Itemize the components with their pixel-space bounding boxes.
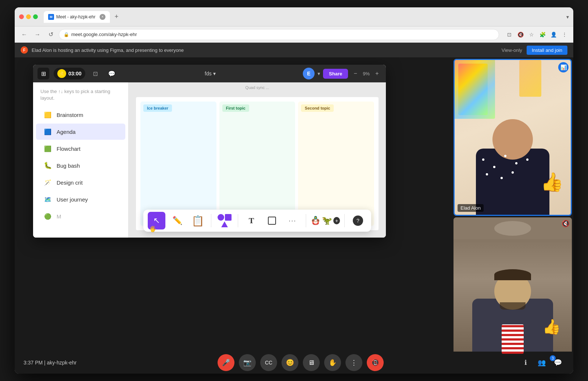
text-tool[interactable]: T — [243, 212, 260, 229]
forward-button[interactable]: → — [32, 29, 43, 40]
toolbar-separator-4 — [344, 214, 345, 227]
zoom-in-button[interactable]: + — [373, 69, 381, 78]
widget-icon-2: 🦖 — [322, 216, 332, 225]
francois-hair — [494, 269, 531, 280]
wall-art-decoration — [458, 64, 488, 115]
new-tab-button[interactable]: + — [111, 12, 122, 22]
meeting-controls: 🎤 📷 CC 😊 🖥 — [82, 354, 519, 371]
hand-icon: ✋ — [329, 359, 337, 367]
hand-cursor-overlay: 🖐 — [149, 225, 157, 232]
time-display: 3:37 PM — [24, 360, 43, 366]
sticky-icon: 📋 — [191, 215, 204, 227]
cursor-tool[interactable]: ↖ 🖐 — [148, 212, 165, 229]
add-widget-icon[interactable]: + — [333, 217, 340, 224]
panel-hint: Use the ↑↓ keys to pick a starting layou… — [33, 82, 128, 106]
zoom-out-button[interactable]: − — [351, 69, 360, 78]
sidebar-item-bug-bash[interactable]: 🐛 Bug bash — [36, 157, 125, 174]
user-journey-icon: 🗺️ — [43, 195, 52, 204]
video-panel-elad: 👍 📊 Elad Alon — [453, 59, 572, 216]
camera-button[interactable]: 📷 — [239, 354, 256, 371]
share-button[interactable]: Share — [323, 69, 348, 79]
back-button[interactable]: ← — [19, 29, 29, 40]
tab-close-button[interactable]: × — [100, 14, 105, 20]
sidebar-item-retro[interactable]: 🟢 M — [36, 208, 125, 224]
francois-beard — [500, 302, 526, 310]
pen-icon: ✏️ — [172, 216, 182, 225]
sidebar-item-design-crit[interactable]: 🪄 Design crit — [36, 174, 125, 190]
ceiling-fan — [494, 221, 531, 236]
mute-button[interactable]: 🎤 — [218, 354, 234, 371]
figma-menu-button[interactable]: ⊞ — [37, 68, 49, 79]
widget-icon-1: 🪆 — [311, 216, 320, 225]
canvas-area[interactable]: Quad sync ... Ice breaker First topic Se… — [129, 82, 386, 238]
end-call-button[interactable]: 📵 — [367, 354, 384, 371]
user-avatar[interactable]: E — [303, 68, 315, 79]
view-only-link[interactable]: View-only — [502, 47, 522, 53]
meeting-bottom-bar: 3:37 PM | aky-hzpk-ehr 🎤 📷 CC — [15, 352, 573, 374]
toolbar-separator-2 — [238, 214, 238, 227]
minimize-button[interactable] — [26, 14, 31, 19]
file-name[interactable]: fds ▾ — [205, 71, 216, 76]
left-panel: Use the ↑↓ keys to pick a starting layou… — [33, 82, 129, 238]
sidebar-item-agenda[interactable]: 🟦 Agenda — [36, 124, 125, 140]
more-options-button[interactable]: ⋮ — [345, 354, 362, 371]
agenda-icon: 🟦 — [43, 127, 52, 136]
address-bar[interactable]: 🔒 meet.google.com/aky-hzpk-ehr — [59, 29, 499, 40]
extensions-icon[interactable]: 🧩 — [538, 30, 547, 39]
pen-tool[interactable]: ✏️ — [168, 212, 186, 229]
captions-button[interactable]: CC — [260, 354, 277, 371]
bug-bash-label: Bug bash — [57, 163, 80, 169]
more-options-button[interactable]: ··· — [284, 212, 301, 229]
view-toggle-button[interactable]: ⊡ — [90, 68, 101, 79]
address-text: meet.google.com/aky-hzpk-ehr — [71, 32, 137, 37]
raise-hand-button[interactable]: ✋ — [324, 354, 341, 371]
shapes-tool[interactable] — [216, 212, 233, 229]
bug-bash-icon: 🐛 — [43, 161, 52, 170]
refresh-button[interactable]: ↺ — [46, 29, 56, 40]
francois-thumbsup: 👍 — [542, 318, 561, 335]
avatar-dropdown[interactable]: ▾ — [318, 71, 320, 76]
bookmark-icon[interactable]: ☆ — [527, 30, 536, 39]
brainstorm-icon: 🟨 — [43, 110, 52, 119]
info-button[interactable]: ℹ — [519, 356, 532, 369]
cast-icon[interactable]: ⊡ — [505, 30, 514, 39]
shapes-icon — [218, 214, 232, 227]
present-button[interactable]: 🖥 — [303, 354, 320, 371]
meeting-time-info: 3:37 PM | aky-hzpk-ehr — [24, 360, 82, 366]
mute-icon: 🎤 — [222, 359, 230, 367]
info-icon: ℹ — [524, 359, 527, 367]
tab-bar: M Meet - aky-hzpk-ehr × + — [44, 11, 551, 23]
user-journey-label: User journey — [57, 196, 88, 203]
frame-tool[interactable] — [263, 212, 281, 229]
muted-indicator: 🔇 — [562, 220, 570, 228]
video-panel-francois: 👍 🔇 Francois — [453, 217, 572, 372]
widgets-tool[interactable]: 🪆 🦖 + — [311, 212, 340, 229]
timer-badge[interactable]: ⭐ 03:00 — [54, 68, 85, 79]
shirt-pattern — [476, 149, 549, 207]
menu-icon[interactable]: ⋮ — [560, 30, 569, 39]
people-button[interactable]: 👥 — [535, 356, 548, 369]
sidebar-item-flowchart[interactable]: 🟩 Flowchart — [36, 140, 125, 157]
mute-tab-icon[interactable]: 🔇 — [516, 30, 525, 39]
emoji-button[interactable]: 😊 — [282, 354, 298, 371]
help-button[interactable]: ? — [349, 212, 367, 229]
sidebar-item-user-journey[interactable]: 🗺️ User journey — [36, 191, 125, 207]
comment-button[interactable]: 💬 — [106, 68, 118, 79]
end-call-icon: 📵 — [371, 359, 379, 367]
ice-breaker-column: Ice breaker — [140, 102, 216, 226]
install-join-button[interactable]: Install and join — [527, 46, 567, 55]
profile-icon[interactable]: 👤 — [549, 30, 558, 39]
people-icon: 👥 — [538, 359, 546, 367]
elad-name: Elad Alon — [460, 205, 481, 211]
active-tab[interactable]: M Meet - aky-hzpk-ehr × — [44, 11, 110, 23]
emoji-icon: 😊 — [286, 359, 294, 367]
meeting-code: aky-hzpk-ehr — [47, 360, 77, 366]
shirt-stripes — [502, 324, 524, 354]
active-speaker-icon: 📊 — [560, 64, 567, 70]
elad-video-bg: 👍 — [455, 60, 571, 215]
sticky-note-tool[interactable]: 📋 — [189, 212, 207, 229]
toolbar-center: fds ▾ — [122, 71, 298, 76]
close-button[interactable] — [19, 14, 24, 19]
sidebar-item-brainstorm[interactable]: 🟨 Brainstorm — [36, 107, 125, 123]
maximize-button[interactable] — [33, 14, 38, 19]
